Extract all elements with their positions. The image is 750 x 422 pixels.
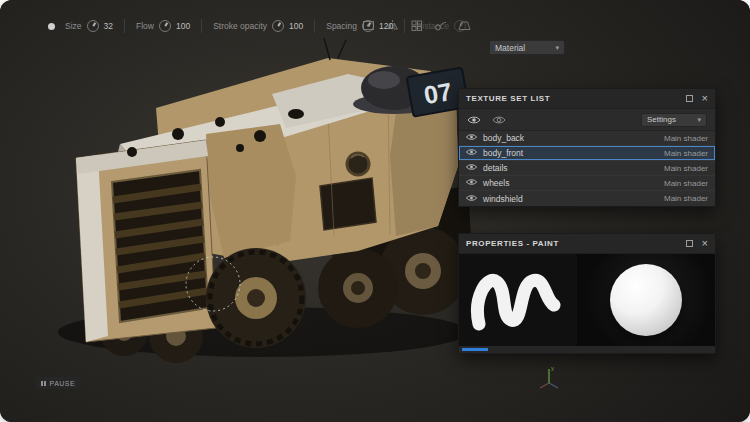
- texture-set-row[interactable]: body_front Main shader: [459, 146, 715, 161]
- solo-visibility-icon[interactable]: [492, 111, 506, 129]
- brush-tip-icon[interactable]: [48, 23, 55, 30]
- eye-icon[interactable]: [466, 148, 477, 158]
- shader-link[interactable]: Main shader: [664, 194, 708, 203]
- divider: [314, 19, 315, 33]
- texture-set-row[interactable]: details Main shader: [459, 161, 715, 176]
- control-value[interactable]: 32: [104, 21, 113, 31]
- popout-icon[interactable]: [686, 240, 693, 247]
- svg-text:y: y: [551, 365, 554, 371]
- texture-set-name: windshield: [483, 194, 523, 204]
- symmetry-icon[interactable]: [386, 18, 399, 31]
- scroll-indicator[interactable]: [462, 348, 488, 351]
- shader-link[interactable]: Main shader: [664, 164, 708, 173]
- panel-title: PROPERTIES - PAINT: [466, 239, 686, 248]
- material-mode-dropdown[interactable]: Material ▾: [489, 40, 565, 55]
- divider: [124, 19, 125, 33]
- stroke-opacity-control[interactable]: Stroke opacity 100: [213, 20, 303, 32]
- status-badge[interactable]: PAUSE: [36, 377, 80, 389]
- lazy-mouse-icon[interactable]: [434, 18, 447, 31]
- texture-set-rows: body_back Main shader body_front Main sh…: [459, 131, 715, 206]
- eye-icon[interactable]: [466, 133, 477, 143]
- eye-icon[interactable]: [466, 178, 477, 188]
- hull-number: 07: [422, 77, 454, 109]
- eye-icon[interactable]: [466, 163, 477, 173]
- material-preview[interactable]: [577, 254, 715, 346]
- display-filter-icon[interactable]: [467, 111, 481, 129]
- shader-link[interactable]: Main shader: [664, 149, 708, 158]
- properties-footer: [459, 346, 715, 353]
- front-grille: [112, 170, 208, 322]
- size-knob[interactable]: [87, 20, 99, 32]
- texture-set-name: body_back: [483, 133, 524, 143]
- properties-content: [459, 254, 715, 346]
- status-label: PAUSE: [50, 380, 76, 387]
- texture-set-list-header[interactable]: TEXTURE SET LIST ×: [459, 89, 715, 109]
- texture-set-name: details: [483, 163, 508, 173]
- stencil-icon[interactable]: [362, 18, 375, 31]
- viewport-3d[interactable]: 07: [28, 36, 478, 366]
- mid-wheel: [318, 248, 398, 328]
- antennas: [324, 38, 346, 60]
- front-wheel: [206, 248, 306, 348]
- equipment-box: [320, 178, 376, 230]
- front-fender: [206, 124, 296, 258]
- texture-set-list-toolbar: Settings ▾: [459, 109, 715, 131]
- control-label: Flow: [136, 21, 154, 31]
- properties-header[interactable]: PROPERTIES - PAINT ×: [459, 234, 715, 254]
- texture-set-list-panel: TEXTURE SET LIST × Settings ▾ body_back …: [458, 88, 716, 207]
- chevron-down-icon: ▾: [555, 44, 559, 51]
- close-icon[interactable]: ×: [702, 93, 708, 104]
- flow-control[interactable]: Flow 100: [136, 20, 190, 32]
- material-dropdown-label: Material: [495, 43, 525, 53]
- material-sphere: [610, 264, 682, 336]
- texture-set-row[interactable]: windshield Main shader: [459, 191, 715, 206]
- pause-icon: [41, 381, 46, 386]
- flow-knob[interactable]: [159, 20, 171, 32]
- truck-model: 07: [58, 38, 473, 363]
- settings-dropdown-label: Settings: [647, 115, 676, 124]
- texture-set-row[interactable]: body_back Main shader: [459, 131, 715, 146]
- shader-link[interactable]: Main shader: [664, 134, 708, 143]
- perspective-icon[interactable]: [458, 18, 471, 31]
- chevron-down-icon: ▾: [697, 116, 701, 123]
- grid-icon[interactable]: [410, 18, 423, 31]
- popout-icon[interactable]: [686, 95, 693, 102]
- eye-icon[interactable]: [466, 194, 477, 204]
- control-value[interactable]: 100: [176, 21, 190, 31]
- control-label: Stroke opacity: [213, 21, 267, 31]
- axis-gizmo: y: [536, 363, 562, 391]
- texture-set-row[interactable]: wheels Main shader: [459, 176, 715, 191]
- settings-dropdown[interactable]: Settings ▾: [641, 113, 707, 127]
- control-label: Size: [65, 21, 82, 31]
- toolbar-icon-cluster: [362, 18, 471, 31]
- control-value[interactable]: 100: [289, 21, 303, 31]
- texture-set-name: body_front: [483, 148, 523, 158]
- shader-link[interactable]: Main shader: [664, 179, 708, 188]
- texture-set-name: wheels: [483, 178, 509, 188]
- divider: [201, 19, 202, 33]
- close-icon[interactable]: ×: [702, 238, 708, 249]
- porthole: [347, 153, 369, 175]
- stroke-opacity-knob[interactable]: [272, 20, 284, 32]
- app-window: 07 Size 32 Flow 100 Stroke opacity: [0, 0, 750, 422]
- panel-title: TEXTURE SET LIST: [466, 94, 686, 103]
- brush-stroke-preview[interactable]: [459, 254, 577, 346]
- properties-paint-panel: PROPERTIES - PAINT ×: [458, 233, 716, 354]
- control-label: Spacing: [326, 21, 357, 31]
- brush-stroke-shape: [478, 280, 554, 324]
- size-control[interactable]: Size 32: [65, 20, 113, 32]
